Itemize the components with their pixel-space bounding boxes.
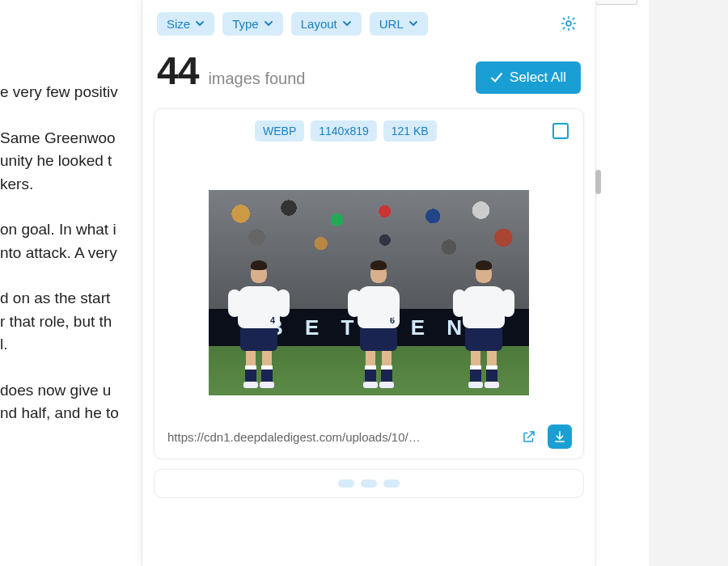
select-all-label: Select All [510, 70, 566, 86]
image-card-header: WEBP 1140x819 121 KB [166, 120, 572, 142]
article-line: Same Greenwoounity he looked tkers. [0, 127, 162, 196]
browser-chrome-fragment [595, 0, 637, 5]
chevron-down-icon [342, 19, 352, 28]
article-line: d on as the startr that role, but thl. [0, 287, 162, 357]
tag-dimensions: 1140x819 [311, 120, 377, 142]
select-image-checkbox[interactable] [552, 123, 569, 139]
chevron-down-icon [408, 19, 418, 28]
tag-filesize [383, 479, 400, 488]
check-icon [490, 71, 503, 84]
filter-url-label: URL [379, 17, 404, 31]
panel-scrollbar-thumb[interactable] [595, 170, 601, 194]
tag-format [338, 479, 354, 488]
article-line: does now give und half, and he to [0, 379, 162, 425]
results-count-label: images found [208, 70, 305, 88]
gear-icon [560, 15, 578, 32]
settings-button[interactable] [557, 11, 581, 36]
photo-player-2: 6 [346, 264, 411, 383]
image-card-partial [154, 469, 584, 498]
image-card: WEBP 1140x819 121 KB B E T T E N 4 [154, 108, 584, 459]
article-line: e very few positiv [0, 81, 162, 104]
tag-dimensions [361, 479, 377, 488]
player-number: 4 [270, 315, 275, 325]
image-url-row: https://cdn1.deepdaledigest.com/uploads/… [166, 420, 572, 449]
right-gutter [599, 0, 728, 566]
results-count-number: 44 [157, 49, 198, 93]
download-icon [552, 429, 567, 444]
filter-layout[interactable]: Layout [291, 12, 362, 36]
chevron-down-icon [264, 19, 273, 28]
filter-type[interactable]: Type [222, 12, 283, 36]
open-in-new-button[interactable] [517, 424, 541, 449]
filter-size[interactable]: Size [157, 12, 214, 36]
filter-type-label: Type [232, 17, 259, 31]
download-button[interactable] [548, 424, 572, 449]
photo-player-1: 4 [226, 264, 291, 383]
results-list[interactable]: WEBP 1140x819 121 KB B E T T E N 4 [142, 108, 595, 566]
background-article: e very few positiv Same Greenwoounity he… [0, 0, 162, 566]
image-thumbnail[interactable]: B E T T E N 4 6 [209, 190, 529, 395]
filter-size-label: Size [167, 17, 190, 31]
open-external-icon [522, 429, 536, 444]
tag-filesize: 121 KB [383, 120, 437, 142]
right-gutter-inner [599, 0, 649, 566]
chevron-down-icon [195, 19, 205, 28]
image-url[interactable]: https://cdn1.deepdaledigest.com/uploads/… [166, 427, 510, 447]
svg-point-0 [566, 21, 571, 26]
results-header: 44 images found Select All [142, 40, 595, 108]
filter-layout-label: Layout [301, 17, 337, 31]
article-line: on goal. In what into attack. A very [0, 218, 162, 264]
thumbnail-container: B E T T E N 4 6 [166, 150, 572, 420]
filter-url[interactable]: URL [370, 12, 428, 36]
select-all-button[interactable]: Select All [476, 61, 581, 94]
results-count: 44 images found [157, 49, 305, 93]
filter-toolbar: Size Type Layout URL [142, 0, 595, 40]
image-downloader-panel: Size Type Layout URL 44 images found [142, 0, 595, 566]
player-number: 6 [390, 315, 395, 325]
photo-player-3 [451, 264, 516, 383]
tag-format: WEBP [255, 120, 304, 142]
